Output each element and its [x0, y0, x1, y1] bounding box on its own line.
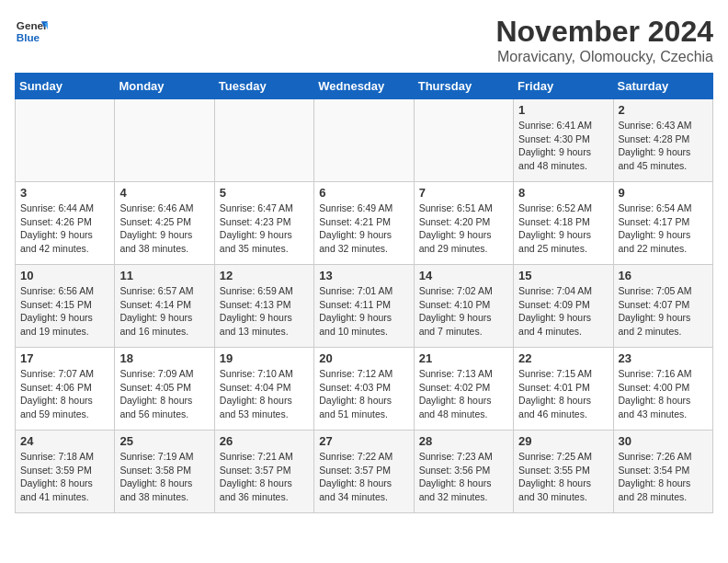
day-info: Sunrise: 7:25 AM Sunset: 3:55 PM Dayligh…: [518, 450, 608, 504]
day-info: Sunrise: 6:54 AM Sunset: 4:17 PM Dayligh…: [619, 201, 708, 256]
day-number: 4: [119, 186, 209, 200]
day-number: 8: [518, 186, 608, 200]
day-number: 10: [20, 269, 109, 282]
calendar-cell: 30Sunrise: 7:26 AM Sunset: 3:54 PM Dayli…: [613, 431, 712, 513]
day-number: 27: [319, 434, 408, 448]
day-number: 7: [419, 186, 508, 200]
day-number: 12: [220, 269, 309, 282]
calendar-cell: 28Sunrise: 7:23 AM Sunset: 3:56 PM Dayli…: [414, 431, 513, 513]
day-info: Sunrise: 6:51 AM Sunset: 4:20 PM Dayligh…: [419, 201, 508, 256]
day-number: 13: [319, 269, 408, 282]
calendar-cell: 26Sunrise: 7:21 AM Sunset: 3:57 PM Dayli…: [214, 431, 313, 513]
calendar-cell: 19Sunrise: 7:10 AM Sunset: 4:04 PM Dayli…: [214, 348, 313, 431]
day-number: 20: [319, 351, 408, 365]
day-info: Sunrise: 7:02 AM Sunset: 4:10 PM Dayligh…: [419, 284, 508, 339]
day-number: 24: [20, 434, 109, 448]
day-number: 2: [619, 103, 708, 117]
day-number: 26: [220, 434, 309, 448]
day-info: Sunrise: 6:59 AM Sunset: 4:13 PM Dayligh…: [220, 284, 309, 339]
subtitle: Moravicany, Olomoucky, Czechia: [495, 49, 713, 65]
day-info: Sunrise: 6:44 AM Sunset: 4:26 PM Dayligh…: [20, 201, 109, 256]
calendar-cell: 12Sunrise: 6:59 AM Sunset: 4:13 PM Dayli…: [214, 265, 313, 348]
calendar-row-2: 10Sunrise: 6:56 AM Sunset: 4:15 PM Dayli…: [16, 265, 713, 348]
day-number: 25: [119, 434, 209, 448]
calendar-cell: 3Sunrise: 6:44 AM Sunset: 4:26 PM Daylig…: [16, 182, 115, 265]
calendar-row-4: 24Sunrise: 7:18 AM Sunset: 3:59 PM Dayli…: [16, 431, 713, 513]
calendar-cell: 15Sunrise: 7:04 AM Sunset: 4:09 PM Dayli…: [514, 265, 613, 348]
day-number: 21: [419, 351, 508, 365]
day-info: Sunrise: 7:15 AM Sunset: 4:01 PM Dayligh…: [518, 367, 608, 421]
calendar-cell: 4Sunrise: 6:46 AM Sunset: 4:25 PM Daylig…: [115, 182, 214, 265]
calendar-cell: 10Sunrise: 6:56 AM Sunset: 4:15 PM Dayli…: [16, 265, 115, 348]
calendar-cell: 14Sunrise: 7:02 AM Sunset: 4:10 PM Dayli…: [414, 265, 513, 348]
calendar-cell: 2Sunrise: 6:43 AM Sunset: 4:28 PM Daylig…: [613, 99, 712, 182]
title-area: November 2024 Moravicany, Olomoucky, Cze…: [495, 15, 713, 65]
calendar-cell: [214, 99, 313, 182]
day-info: Sunrise: 6:56 AM Sunset: 4:15 PM Dayligh…: [20, 284, 109, 339]
calendar-cell: 24Sunrise: 7:18 AM Sunset: 3:59 PM Dayli…: [16, 431, 115, 513]
day-info: Sunrise: 6:57 AM Sunset: 4:14 PM Dayligh…: [119, 284, 209, 339]
header-friday: Friday: [514, 74, 613, 99]
calendar-cell: [16, 99, 115, 182]
svg-text:Blue: Blue: [17, 31, 40, 43]
calendar-header: SundayMondayTuesdayWednesdayThursdayFrid…: [16, 74, 713, 99]
header-thursday: Thursday: [414, 74, 513, 99]
day-info: Sunrise: 7:09 AM Sunset: 4:05 PM Dayligh…: [119, 367, 209, 421]
calendar-cell: 21Sunrise: 7:13 AM Sunset: 4:02 PM Dayli…: [414, 348, 513, 431]
day-info: Sunrise: 6:41 AM Sunset: 4:30 PM Dayligh…: [518, 119, 608, 173]
calendar-cell: 17Sunrise: 7:07 AM Sunset: 4:06 PM Dayli…: [16, 348, 115, 431]
day-info: Sunrise: 7:12 AM Sunset: 4:03 PM Dayligh…: [319, 367, 408, 421]
calendar-row-3: 17Sunrise: 7:07 AM Sunset: 4:06 PM Dayli…: [16, 348, 713, 431]
calendar-cell: [314, 99, 414, 182]
day-info: Sunrise: 7:19 AM Sunset: 3:58 PM Dayligh…: [119, 450, 209, 504]
logo-icon: General Blue: [15, 15, 48, 48]
calendar-cell: 5Sunrise: 6:47 AM Sunset: 4:23 PM Daylig…: [214, 182, 313, 265]
calendar-cell: 9Sunrise: 6:54 AM Sunset: 4:17 PM Daylig…: [613, 182, 712, 265]
calendar-cell: 1Sunrise: 6:41 AM Sunset: 4:30 PM Daylig…: [514, 99, 613, 182]
day-number: 29: [518, 434, 608, 448]
day-info: Sunrise: 7:01 AM Sunset: 4:11 PM Dayligh…: [319, 284, 408, 339]
day-info: Sunrise: 7:04 AM Sunset: 4:09 PM Dayligh…: [518, 284, 608, 339]
day-number: 28: [419, 434, 508, 448]
day-info: Sunrise: 7:07 AM Sunset: 4:06 PM Dayligh…: [20, 367, 109, 421]
day-info: Sunrise: 6:49 AM Sunset: 4:21 PM Dayligh…: [319, 201, 408, 256]
day-info: Sunrise: 7:10 AM Sunset: 4:04 PM Dayligh…: [220, 367, 309, 421]
calendar-cell: 13Sunrise: 7:01 AM Sunset: 4:11 PM Dayli…: [314, 265, 414, 348]
calendar-table: SundayMondayTuesdayWednesdayThursdayFrid…: [15, 73, 713, 513]
day-info: Sunrise: 6:52 AM Sunset: 4:18 PM Dayligh…: [518, 201, 608, 256]
day-number: 18: [119, 351, 209, 365]
calendar-cell: 25Sunrise: 7:19 AM Sunset: 3:58 PM Dayli…: [115, 431, 214, 513]
day-number: 15: [518, 269, 608, 282]
day-number: 23: [619, 351, 708, 365]
header-tuesday: Tuesday: [214, 74, 313, 99]
day-info: Sunrise: 7:13 AM Sunset: 4:02 PM Dayligh…: [419, 367, 508, 421]
day-number: 3: [20, 186, 109, 200]
day-info: Sunrise: 6:46 AM Sunset: 4:25 PM Dayligh…: [119, 201, 209, 256]
calendar-cell: 20Sunrise: 7:12 AM Sunset: 4:03 PM Dayli…: [314, 348, 414, 431]
calendar-cell: 18Sunrise: 7:09 AM Sunset: 4:05 PM Dayli…: [115, 348, 214, 431]
day-info: Sunrise: 6:47 AM Sunset: 4:23 PM Dayligh…: [220, 201, 309, 256]
day-number: 19: [220, 351, 309, 365]
day-number: 1: [518, 103, 608, 117]
day-number: 5: [220, 186, 309, 200]
calendar-cell: 6Sunrise: 6:49 AM Sunset: 4:21 PM Daylig…: [314, 182, 414, 265]
calendar-row-0: 1Sunrise: 6:41 AM Sunset: 4:30 PM Daylig…: [16, 99, 713, 182]
calendar-cell: [414, 99, 513, 182]
header-row: SundayMondayTuesdayWednesdayThursdayFrid…: [16, 74, 713, 99]
calendar-cell: 23Sunrise: 7:16 AM Sunset: 4:00 PM Dayli…: [613, 348, 712, 431]
day-info: Sunrise: 7:23 AM Sunset: 3:56 PM Dayligh…: [419, 450, 508, 504]
calendar-cell: 7Sunrise: 6:51 AM Sunset: 4:20 PM Daylig…: [414, 182, 513, 265]
day-info: Sunrise: 7:18 AM Sunset: 3:59 PM Dayligh…: [20, 450, 109, 504]
day-number: 16: [619, 269, 708, 282]
day-number: 9: [619, 186, 708, 200]
day-number: 14: [419, 269, 508, 282]
calendar-body: 1Sunrise: 6:41 AM Sunset: 4:30 PM Daylig…: [16, 99, 713, 513]
day-info: Sunrise: 6:43 AM Sunset: 4:28 PM Dayligh…: [619, 119, 708, 173]
day-info: Sunrise: 7:22 AM Sunset: 3:57 PM Dayligh…: [319, 450, 408, 504]
page-header: General Blue November 2024 Moravicany, O…: [15, 15, 713, 65]
day-info: Sunrise: 7:16 AM Sunset: 4:00 PM Dayligh…: [619, 367, 708, 421]
day-number: 17: [20, 351, 109, 365]
svg-text:General: General: [17, 19, 48, 31]
logo: General Blue: [15, 15, 48, 48]
day-number: 22: [518, 351, 608, 365]
